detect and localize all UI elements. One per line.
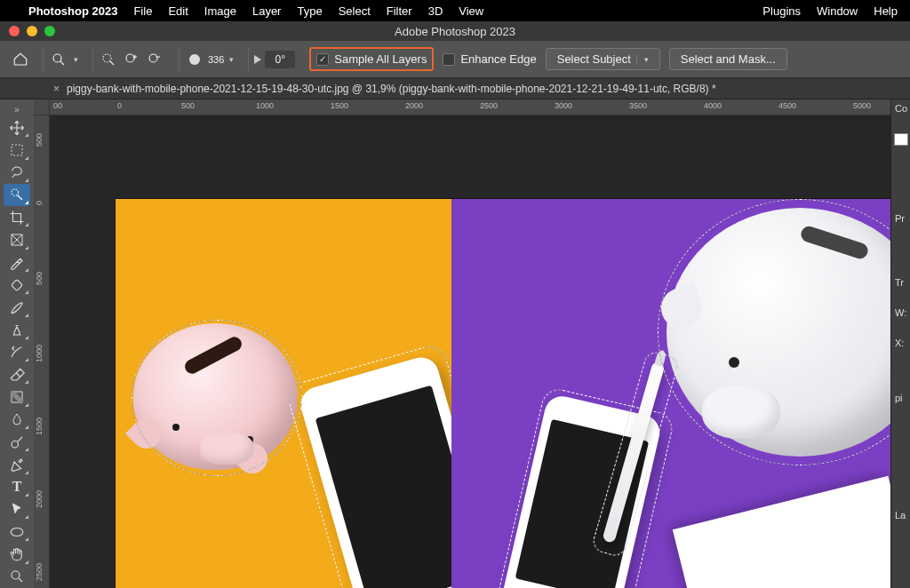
paper-corner — [673, 476, 890, 588]
svg-point-6 — [12, 189, 19, 196]
canvas-area[interactable]: 00 0 500 1000 1500 2000 2500 3000 3500 4… — [34, 99, 890, 588]
foreground-color-swatch[interactable] — [894, 133, 908, 146]
angle-icon — [254, 55, 261, 64]
ruler-tick: 3000 — [555, 101, 572, 110]
menu-type[interactable]: Type — [297, 4, 322, 18]
svg-point-3 — [149, 54, 157, 62]
healing-brush-tool[interactable] — [4, 274, 30, 296]
menu-window[interactable]: Window — [817, 4, 858, 18]
svg-point-12 — [12, 571, 20, 579]
checkbox-checked-icon[interactable] — [316, 53, 329, 66]
enhance-edge-option[interactable]: Enhance Edge — [443, 52, 536, 66]
tools-panel: » T — [0, 99, 34, 588]
lasso-tool[interactable] — [4, 162, 30, 184]
svg-point-10 — [12, 441, 19, 448]
ruler-tick: 4000 — [704, 101, 722, 110]
add-to-selection-icon[interactable] — [122, 50, 141, 69]
history-brush-tool[interactable] — [4, 341, 30, 363]
brush-size-value: 336 — [208, 54, 224, 65]
ellipse-tool[interactable] — [4, 520, 30, 543]
menu-help[interactable]: Help — [874, 4, 898, 18]
ruler-tick: 0 — [35, 201, 44, 205]
type-tool[interactable]: T — [4, 476, 30, 498]
vertical-ruler[interactable]: 500 0 500 1000 1500 2000 2500 — [34, 115, 50, 588]
ruler-tick: 500 — [181, 101, 195, 110]
dodge-tool[interactable] — [4, 431, 30, 453]
ruler-tick: 0 — [117, 101, 122, 110]
zoom-tool[interactable] — [4, 566, 30, 588]
quick-selection-tool[interactable] — [4, 184, 30, 206]
chevron-down-icon[interactable]: ▾ — [636, 55, 649, 64]
document-tab-bar: × piggy-bank-with-mobile-phone-2021-12-1… — [0, 78, 910, 99]
ruler-tick: 500 — [35, 133, 44, 147]
x-label: X: — [891, 338, 910, 352]
checkbox-unchecked-icon[interactable] — [443, 53, 455, 66]
eyedropper-tool[interactable] — [4, 251, 30, 274]
brush-tool[interactable] — [4, 296, 30, 318]
gradient-tool[interactable] — [4, 385, 30, 408]
app-menu[interactable]: Photoshop 2023 — [28, 4, 117, 18]
selection-outline — [132, 320, 302, 476]
svg-point-4 — [189, 54, 200, 65]
select-and-mask-label: Select and Mask... — [681, 52, 776, 66]
properties-panel-tab[interactable]: Pr — [891, 213, 910, 227]
quick-selection-icon — [49, 50, 68, 69]
ruler-tick: 2500 — [480, 101, 498, 110]
ruler-origin[interactable] — [34, 99, 50, 115]
layers-panel-tab[interactable]: La — [891, 510, 910, 524]
path-selection-tool[interactable] — [4, 498, 30, 520]
menu-view[interactable]: View — [459, 4, 483, 18]
marquee-tool[interactable] — [4, 139, 30, 161]
brush-picker[interactable]: 336 ▾ — [179, 47, 239, 72]
menu-layer[interactable]: Layer — [252, 4, 282, 18]
ruler-tick: 500 — [35, 272, 44, 285]
eraser-tool[interactable] — [4, 363, 30, 385]
blur-tool[interactable] — [4, 409, 30, 431]
select-subject-button[interactable]: Select Subject ▾ — [546, 48, 660, 70]
menu-3d[interactable]: 3D — [428, 4, 443, 18]
new-selection-icon[interactable] — [99, 50, 118, 69]
hand-tool[interactable] — [4, 543, 30, 565]
menu-file[interactable]: File — [133, 4, 152, 18]
menu-filter[interactable]: Filter — [387, 4, 412, 18]
ruler-tick: 5000 — [853, 101, 871, 110]
chevron-down-icon: ▾ — [229, 55, 234, 64]
color-panel-tab[interactable]: Co — [891, 103, 910, 117]
minimize-window-button[interactable] — [27, 26, 37, 36]
brush-angle-input[interactable] — [265, 51, 295, 68]
move-tool[interactable] — [4, 116, 30, 139]
zoom-window-button[interactable] — [44, 26, 55, 36]
clone-stamp-tool[interactable] — [4, 319, 30, 341]
svg-rect-8 — [12, 279, 23, 290]
ruler-tick: 1500 — [331, 101, 348, 110]
home-button[interactable] — [7, 47, 34, 72]
pen-tool[interactable] — [4, 453, 30, 475]
horizontal-ruler[interactable]: 00 0 500 1000 1500 2000 2500 3000 3500 4… — [50, 99, 890, 115]
menu-image[interactable]: Image — [204, 4, 236, 18]
tools-collapse-icon[interactable]: » — [0, 103, 34, 116]
ruler-tick: 4500 — [778, 101, 796, 110]
tool-preset-picker[interactable]: ▾ — [43, 47, 84, 72]
crop-tool[interactable] — [4, 206, 30, 228]
svg-rect-5 — [12, 145, 22, 155]
svg-point-2 — [126, 54, 134, 62]
document-tab-title: piggy-bank-with-mobile-phone-2021-12-15-… — [67, 83, 716, 95]
ruler-tick: 00 — [53, 101, 62, 110]
select-and-mask-button[interactable]: Select and Mask... — [669, 48, 787, 70]
frame-tool[interactable] — [4, 228, 30, 250]
document-tab[interactable]: × piggy-bank-with-mobile-phone-2021-12-1… — [43, 78, 727, 99]
subtract-from-selection-icon[interactable] — [145, 50, 164, 69]
transform-panel-tab[interactable]: Tr — [891, 277, 910, 291]
close-tab-icon[interactable]: × — [53, 83, 60, 95]
menu-plugins[interactable]: Plugins — [762, 4, 801, 18]
close-window-button[interactable] — [9, 26, 20, 36]
menu-select[interactable]: Select — [339, 4, 371, 18]
document-canvas[interactable] — [116, 199, 890, 588]
sample-all-layers-label: Sample All Layers — [334, 52, 427, 66]
sample-all-layers-option[interactable]: Sample All Layers — [309, 47, 434, 71]
brush-angle-control[interactable] — [248, 47, 300, 72]
ruler-tick: 2500 — [35, 563, 44, 581]
canvas-right-half — [451, 199, 890, 588]
menu-edit[interactable]: Edit — [168, 4, 188, 18]
svg-point-11 — [11, 528, 23, 536]
